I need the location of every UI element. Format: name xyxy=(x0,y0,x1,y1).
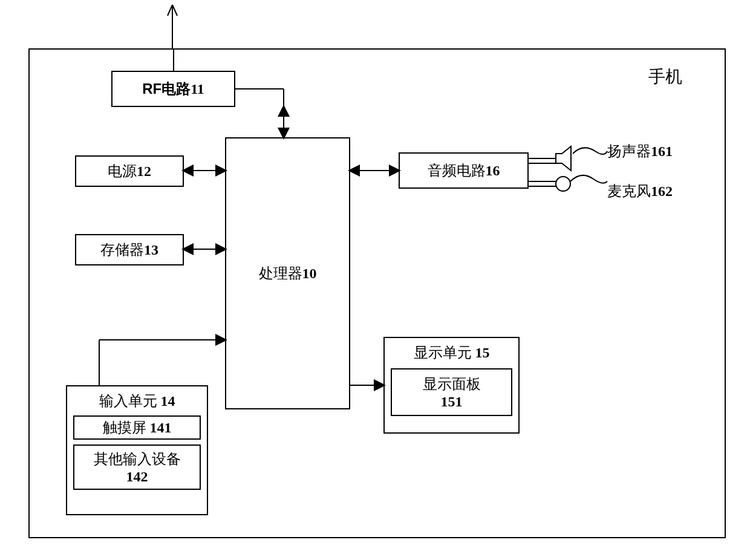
svg-line-2 xyxy=(172,5,177,16)
svg-point-17 xyxy=(556,177,570,191)
phone-outline: 手机 RF电路 11 电源 12 存储器 13 处理器 10 音频电路 16 显… xyxy=(28,48,726,538)
antenna xyxy=(166,5,178,48)
svg-line-1 xyxy=(168,5,172,16)
arrows xyxy=(30,50,727,539)
